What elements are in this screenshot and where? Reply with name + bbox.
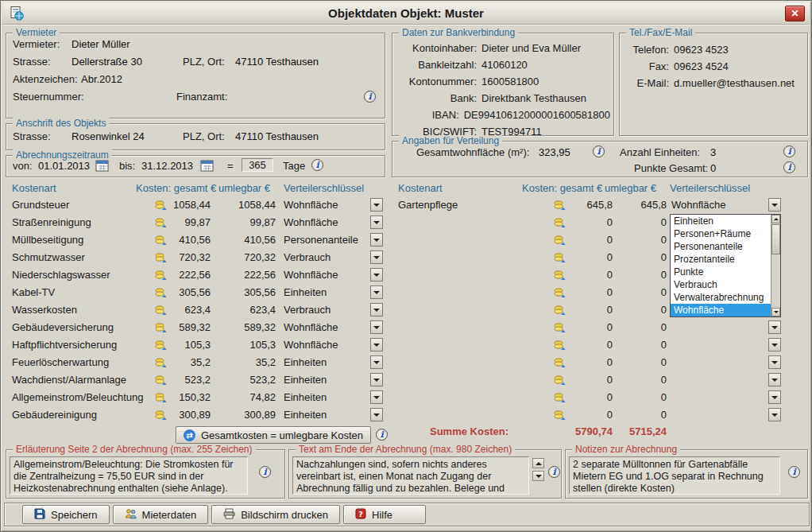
objekt-strasse-value[interactable]: Rosenwinkel 24 bbox=[72, 130, 145, 142]
kosten-umlegbar-value[interactable]: 74,82 bbox=[234, 391, 276, 403]
bildschirm-drucken-button[interactable]: Bildschirm drucken bbox=[211, 505, 340, 524]
money-icon[interactable] bbox=[554, 305, 566, 318]
bank-field-value[interactable]: 41060120 bbox=[481, 59, 528, 71]
kosten-umlegbar-value[interactable]: 0 bbox=[625, 286, 667, 298]
verteilerschluessel-dropdown-button[interactable] bbox=[370, 250, 383, 264]
kostenart-value[interactable]: Wasserkosten bbox=[12, 304, 77, 316]
kostenart-value[interactable]: Müllbeseitigung bbox=[12, 234, 83, 246]
kosten-umlegbar-value[interactable]: 0 bbox=[625, 356, 667, 368]
kosten-gesamt-value[interactable]: 222,56 bbox=[169, 269, 211, 281]
objekt-plz-value[interactable]: 47110 Testhausen bbox=[235, 130, 319, 142]
kosten-umlegbar-value[interactable]: 0 bbox=[625, 321, 667, 333]
kosten-umlegbar-value[interactable]: 222,56 bbox=[234, 269, 276, 281]
kostenart-value[interactable]: Kabel-TV bbox=[12, 286, 55, 298]
money-icon[interactable] bbox=[155, 322, 167, 336]
dropdown-option[interactable]: Wohnfläche bbox=[671, 304, 771, 316]
bank-field-value[interactable]: DE99410612000001600581800 bbox=[464, 109, 610, 121]
kostenart-value[interactable]: Gartenpflege bbox=[398, 199, 458, 211]
money-icon[interactable] bbox=[155, 252, 167, 266]
money-icon[interactable] bbox=[155, 375, 167, 388]
kosten-gesamt-value[interactable]: 410,56 bbox=[169, 234, 211, 246]
verteilerschluessel-dropdown-button[interactable] bbox=[768, 390, 781, 404]
verteilerschluessel-dropdown-button[interactable] bbox=[768, 320, 781, 334]
money-icon[interactable] bbox=[554, 200, 566, 213]
kosten-umlegbar-value[interactable]: 35,2 bbox=[234, 356, 276, 368]
money-icon[interactable] bbox=[155, 217, 167, 231]
kontakt-field-value[interactable]: d.mueller@testhausen.net bbox=[674, 77, 795, 89]
ende-text-memo[interactable]: Nachzahlungen sind, sofern nichts andere… bbox=[292, 456, 529, 495]
money-icon[interactable] bbox=[554, 340, 566, 353]
kosten-gesamt-value[interactable]: 0 bbox=[571, 391, 613, 403]
kosten-umlegbar-value[interactable]: 0 bbox=[625, 391, 667, 403]
verteilerschluessel-dropdown-button[interactable] bbox=[370, 373, 383, 386]
dropdown-option[interactable]: Verwalterabrechnung bbox=[671, 291, 771, 304]
money-icon[interactable] bbox=[155, 410, 167, 423]
verteilerschluessel-dropdown-button[interactable] bbox=[768, 355, 781, 369]
kosten-umlegbar-value[interactable]: 523,2 bbox=[234, 374, 276, 386]
bank-field-value[interactable]: Direktbank Testhausen bbox=[481, 92, 586, 104]
info-icon[interactable] bbox=[593, 146, 605, 157]
erlaeuterung-memo[interactable]: Allgemeinstrom/Beleuchtung: Die Stromkos… bbox=[10, 456, 248, 495]
kosten-umlegbar-value[interactable]: 300,89 bbox=[234, 409, 276, 421]
kontakt-field-value[interactable]: 09623 4524 bbox=[674, 60, 729, 72]
kosten-gesamt-value[interactable]: 645,8 bbox=[571, 199, 613, 211]
kosten-gesamt-value[interactable]: 150,32 bbox=[169, 391, 211, 403]
aktenzeichen-value[interactable]: Abr.2012 bbox=[81, 73, 122, 85]
scrollbar-thumb[interactable] bbox=[771, 224, 780, 254]
money-icon[interactable] bbox=[554, 270, 566, 283]
kostenart-value[interactable]: Allgemeinstrom/Beleuchtung bbox=[12, 391, 143, 403]
speichern-button[interactable]: Speichern bbox=[22, 505, 110, 524]
kostenart-value[interactable]: Niederschlagswasser bbox=[12, 269, 110, 281]
kosten-umlegbar-value[interactable]: 1058,44 bbox=[234, 199, 276, 211]
kostenart-value[interactable]: Gebäudereinigung bbox=[12, 409, 97, 421]
verteilerschluessel-dropdown-button[interactable] bbox=[370, 233, 383, 247]
notizen-memo[interactable]: 2 separate Mülltonnen für Gartenabfälle … bbox=[569, 456, 780, 495]
kosten-gesamt-value[interactable]: 35,2 bbox=[169, 356, 211, 368]
kostenart-value[interactable]: Wachdienst/Alarmanlage bbox=[12, 374, 126, 386]
verteilerschluessel-dropdown-button[interactable] bbox=[370, 355, 383, 369]
kosten-gesamt-value[interactable]: 0 bbox=[571, 374, 613, 386]
kosten-gesamt-value[interactable]: 105,3 bbox=[169, 339, 211, 351]
money-icon[interactable] bbox=[155, 200, 167, 213]
kosten-umlegbar-value[interactable]: 0 bbox=[625, 234, 667, 246]
kosten-umlegbar-value[interactable]: 623,4 bbox=[234, 304, 276, 316]
money-icon[interactable] bbox=[155, 392, 167, 406]
money-icon[interactable] bbox=[554, 410, 566, 423]
money-icon[interactable] bbox=[554, 287, 566, 301]
scroll-down-button[interactable] bbox=[532, 471, 544, 481]
kosten-gesamt-value[interactable]: 0 bbox=[571, 321, 613, 333]
verteilerschluessel-dropdown-button[interactable] bbox=[370, 303, 383, 316]
verteilerschluessel-dropdown-button[interactable] bbox=[370, 338, 383, 351]
kosten-gesamt-value[interactable]: 0 bbox=[571, 216, 613, 228]
verteilerschluessel-dropdown-button[interactable] bbox=[370, 390, 383, 404]
money-icon[interactable] bbox=[155, 287, 167, 301]
kosten-gesamt-value[interactable]: 623,4 bbox=[169, 304, 211, 316]
punkte-gesamt-value[interactable]: 0 bbox=[710, 162, 716, 174]
kosten-umlegbar-value[interactable]: 410,56 bbox=[234, 234, 276, 246]
calendar-icon[interactable] bbox=[95, 159, 109, 172]
money-icon[interactable] bbox=[554, 217, 566, 231]
verteilerschluessel-dropdown-button[interactable] bbox=[768, 338, 781, 351]
money-icon[interactable] bbox=[155, 270, 167, 283]
verteilerschluessel-dropdown-button[interactable] bbox=[768, 373, 781, 386]
kosten-umlegbar-value[interactable]: 720,32 bbox=[234, 251, 276, 263]
scroll-up-icon[interactable] bbox=[771, 215, 780, 223]
verteilerschluessel-dropdown-button[interactable] bbox=[768, 198, 781, 212]
kosten-gesamt-value[interactable]: 0 bbox=[571, 286, 613, 298]
money-icon[interactable] bbox=[155, 357, 167, 371]
kosten-gesamt-value[interactable]: 589,32 bbox=[169, 321, 211, 333]
kosten-gesamt-value[interactable]: 0 bbox=[571, 234, 613, 246]
verteilerschluessel-dropdown-button[interactable] bbox=[370, 320, 383, 334]
dropdown-option[interactable]: Punkte bbox=[671, 266, 771, 278]
info-icon[interactable] bbox=[376, 429, 388, 441]
dropdown-option[interactable]: Prozentanteile bbox=[671, 253, 771, 266]
kosten-umlegbar-value[interactable]: 0 bbox=[625, 216, 667, 228]
verteilerschluessel-dropdown-button[interactable] bbox=[370, 268, 383, 282]
verteilerschluessel-dropdown-button[interactable] bbox=[768, 408, 781, 421]
verteilerschluessel-dropdown-button[interactable] bbox=[370, 408, 383, 421]
money-icon[interactable] bbox=[554, 375, 566, 388]
bank-field-value[interactable]: 1600581800 bbox=[481, 76, 539, 87]
kosten-umlegbar-value[interactable]: 305,56 bbox=[234, 286, 276, 298]
bis-value[interactable]: 31.12.2013 bbox=[141, 160, 193, 172]
money-icon[interactable] bbox=[554, 322, 566, 336]
